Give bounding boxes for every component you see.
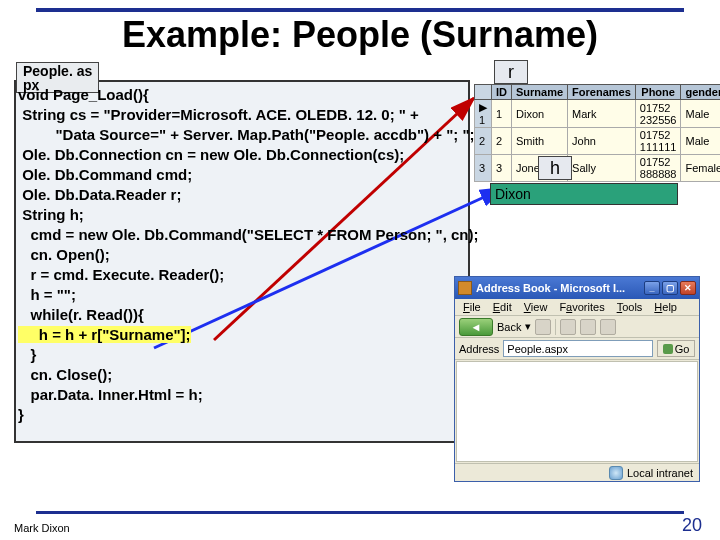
stop-button[interactable]: [560, 319, 576, 335]
table-row: ▶ 11DixonMark01752 232556Male: [475, 100, 721, 128]
go-button[interactable]: Go: [657, 340, 695, 357]
footer-page: 20: [682, 515, 702, 536]
r-variable-box: r: [494, 60, 528, 84]
footer-author: Mark Dixon: [14, 522, 70, 534]
go-icon: [663, 344, 673, 354]
top-divider: [36, 8, 684, 12]
code-listing: void Page_Load(){ String cs = "Provider=…: [18, 85, 466, 425]
zone-icon: [609, 466, 623, 480]
menu-tools[interactable]: Tools: [617, 301, 643, 313]
browser-titlebar[interactable]: Address Book - Microsoft I... _ ▢ ✕: [455, 277, 699, 299]
menu-view[interactable]: View: [524, 301, 548, 313]
status-bar: Local intranet: [455, 463, 699, 481]
browser-content: [456, 361, 698, 462]
address-label: Address: [459, 343, 499, 355]
menu-favorites[interactable]: Favorites: [559, 301, 604, 313]
table-row: 33JonesSally01752 888888Female: [475, 155, 721, 182]
slide-title: Example: People (Surname): [0, 14, 720, 56]
status-text: Local intranet: [627, 467, 693, 479]
address-bar: Address People.aspx Go: [455, 338, 699, 360]
menu-edit[interactable]: Edit: [493, 301, 512, 313]
back-button[interactable]: ◄: [459, 318, 493, 336]
back-dropdown-icon[interactable]: ▾: [525, 320, 531, 333]
minimize-button[interactable]: _: [644, 281, 660, 295]
menu-bar[interactable]: File Edit View Favorites Tools Help: [455, 299, 699, 316]
h-variable-box: h: [538, 156, 572, 180]
bottom-divider: [36, 511, 684, 514]
back-label: Back: [497, 321, 521, 333]
home-button[interactable]: [600, 319, 616, 335]
close-button[interactable]: ✕: [680, 281, 696, 295]
app-icon: [458, 281, 472, 295]
h-value-box: Dixon: [490, 183, 678, 205]
maximize-button[interactable]: ▢: [662, 281, 678, 295]
browser-title: Address Book - Microsoft I...: [476, 282, 625, 294]
table-row: 22SmithJohn01752 111111Male: [475, 128, 721, 155]
refresh-button[interactable]: [580, 319, 596, 335]
browser-window: Address Book - Microsoft I... _ ▢ ✕ File…: [454, 276, 700, 482]
forward-button[interactable]: [535, 319, 551, 335]
toolbar: ◄ Back ▾: [455, 316, 699, 338]
address-input[interactable]: People.aspx: [503, 340, 653, 357]
menu-help[interactable]: Help: [654, 301, 677, 313]
menu-file[interactable]: File: [463, 301, 481, 313]
person-table: IDSurnameForenamesPhonegender ▶ 11DixonM…: [474, 84, 720, 182]
